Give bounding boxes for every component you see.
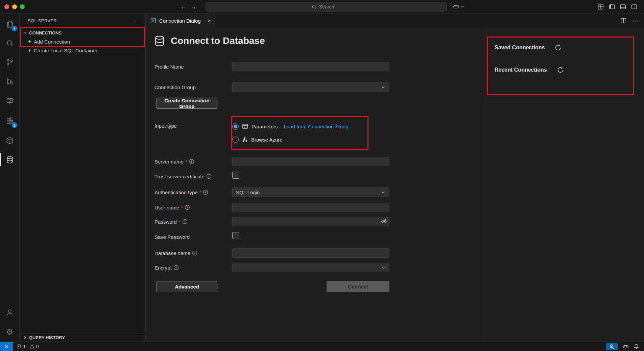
more-actions-icon[interactable]: ⋯ <box>134 18 140 24</box>
bell-icon <box>634 344 639 349</box>
connections-section-label: CONNECTIONS <box>29 30 62 35</box>
toggle-panel-icon[interactable] <box>620 4 626 10</box>
azure-icon <box>242 137 248 143</box>
authentication-type-value: SQL Login <box>236 190 260 195</box>
info-icon[interactable] <box>206 174 212 179</box>
recent-connections-header: Recent Connections <box>495 67 547 73</box>
customize-layout-icon[interactable] <box>598 4 604 10</box>
window-controls <box>4 4 25 9</box>
activity-run-debug-button[interactable] <box>0 73 19 90</box>
status-bar: 1 0 <box>0 342 644 351</box>
status-bar-right <box>606 343 639 350</box>
database-name-input[interactable] <box>232 248 389 258</box>
trust-server-certificate-label: Trust server certificate <box>154 174 232 179</box>
activity-containers-button[interactable] <box>0 132 19 149</box>
page-title: Connect to Database <box>171 35 265 46</box>
parameters-radio[interactable] <box>232 123 239 130</box>
settings-button[interactable]: ⚙ <box>0 324 19 340</box>
accounts-button[interactable] <box>0 304 19 321</box>
tab-connection-dialog[interactable]: Connection Dialog × <box>146 14 215 28</box>
browse-azure-radio[interactable] <box>232 136 239 143</box>
server-name-label: Server name * <box>154 159 232 165</box>
title-bar: ← → <box>0 0 644 14</box>
forward-icon[interactable]: → <box>190 3 196 10</box>
create-local-sql-container-item[interactable]: + Create Local SQL Container <box>20 46 145 55</box>
page-heading: Connect to Database <box>154 35 265 47</box>
search-input[interactable] <box>319 4 341 9</box>
zoom-status-button[interactable] <box>606 343 618 350</box>
account-icon <box>5 308 14 317</box>
password-label: Password * <box>154 219 232 225</box>
more-actions-icon[interactable]: ⋯ <box>633 18 639 24</box>
activity-extensions-button[interactable]: 1 <box>0 113 19 129</box>
parameters-table-icon <box>242 123 248 129</box>
activity-sql-server-button[interactable] <box>0 152 19 168</box>
notifications-button[interactable] <box>634 344 639 349</box>
problems-status[interactable]: 1 0 <box>16 344 41 349</box>
query-history-label: QUERY HISTORY <box>29 335 65 340</box>
advanced-button[interactable]: Advanced <box>157 281 217 292</box>
add-icon: + <box>27 38 32 45</box>
chevron-down-icon <box>381 190 386 195</box>
refresh-icon[interactable] <box>555 44 562 51</box>
save-password-checkbox[interactable] <box>232 232 239 239</box>
explorer-badge: 1 <box>11 26 17 31</box>
connections-section-header[interactable]: CONNECTIONS <box>20 28 145 37</box>
activity-remote-explorer-button[interactable] <box>0 93 19 109</box>
activity-source-control-button[interactable] <box>0 54 19 70</box>
chevron-down-icon <box>22 30 28 35</box>
connection-group-label: Connection Group <box>154 84 232 90</box>
trust-server-certificate-checkbox[interactable] <box>232 172 239 179</box>
sidebar-header: SQL SERVER ⋯ <box>20 14 145 28</box>
toggle-secondary-sidebar-icon[interactable] <box>631 4 637 10</box>
chevron-down-icon <box>381 265 386 270</box>
authentication-type-select[interactable]: SQL Login <box>232 187 389 197</box>
back-icon[interactable]: ← <box>180 3 186 10</box>
add-connection-item[interactable]: + Add Connection <box>20 37 145 46</box>
warning-icon <box>29 344 34 349</box>
info-icon[interactable] <box>192 250 197 256</box>
remote-indicator[interactable] <box>0 342 13 351</box>
close-window-button[interactable] <box>4 4 9 9</box>
server-name-input[interactable] <box>232 157 389 166</box>
close-icon[interactable]: × <box>208 18 211 24</box>
password-input[interactable] <box>232 217 389 226</box>
command-center[interactable] <box>206 2 447 11</box>
create-connection-group-button[interactable]: Create Connection Group <box>157 98 217 109</box>
encrypt-label: Encrypt <box>154 265 232 271</box>
info-icon[interactable] <box>185 205 190 210</box>
database-name-label: Database name <box>154 250 232 256</box>
encrypt-select[interactable] <box>232 263 389 272</box>
add-icon: + <box>27 47 32 54</box>
activity-explorer-button[interactable]: 1 <box>0 16 19 32</box>
eye-off-icon[interactable] <box>381 218 387 225</box>
editor-actions: ⋯ <box>621 14 639 28</box>
connect-button[interactable]: Connect <box>327 281 389 292</box>
zoom-window-button[interactable] <box>20 4 25 9</box>
profile-name-input[interactable] <box>232 62 389 71</box>
gear-icon: ⚙ <box>6 328 14 336</box>
package-icon <box>5 136 14 145</box>
copilot-status-button[interactable] <box>623 344 629 350</box>
load-from-connection-string-link[interactable]: Load from Connection String <box>284 124 349 129</box>
refresh-icon[interactable] <box>557 67 564 73</box>
info-icon[interactable] <box>182 219 188 224</box>
connections-side-panel: Saved Connections Recent Connections <box>486 28 644 342</box>
activity-search-button[interactable] <box>0 35 19 51</box>
run-debug-icon <box>5 77 14 86</box>
info-icon[interactable] <box>173 265 179 270</box>
info-icon[interactable] <box>189 159 194 164</box>
required-asterisk: * <box>181 205 183 210</box>
query-history-section-header[interactable]: QUERY HISTORY <box>20 333 145 342</box>
copilot-icon <box>453 4 459 10</box>
toggle-primary-sidebar-icon[interactable] <box>609 4 615 10</box>
split-editor-icon[interactable] <box>621 18 626 24</box>
info-icon[interactable] <box>203 190 208 195</box>
database-icon <box>154 35 165 47</box>
extensions-badge: 1 <box>11 122 17 128</box>
user-name-input[interactable] <box>232 203 389 212</box>
search-icon <box>312 4 317 9</box>
copilot-menu-button[interactable] <box>453 0 464 14</box>
connection-group-select[interactable] <box>232 82 389 92</box>
minimize-window-button[interactable] <box>12 4 17 9</box>
